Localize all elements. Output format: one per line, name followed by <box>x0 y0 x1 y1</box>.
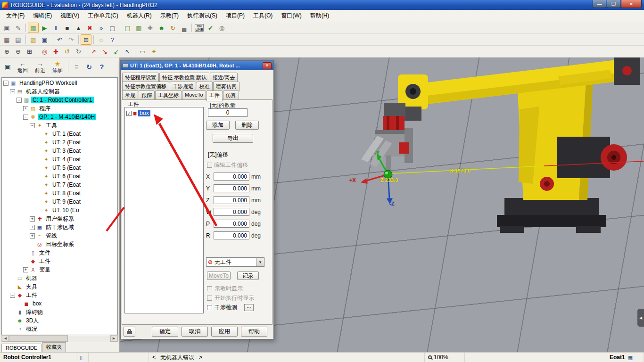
menu-item[interactable]: 工具(O) <box>249 10 277 22</box>
scroll-right-icon[interactable]: ▶ <box>110 335 117 342</box>
collapse-icon[interactable]: − <box>10 89 15 94</box>
maximize-button[interactable]: ❐ <box>607 0 620 8</box>
doc-list-icon[interactable]: ▤ <box>13 34 24 45</box>
rotate-view-icon[interactable]: ↺ <box>62 46 73 57</box>
dialog-title-bar[interactable]: UT: 1 (Eoat1), GP: 1 - M-410iB/140H, Rob… <box>121 61 273 70</box>
save-icon[interactable]: ▣ <box>39 34 50 45</box>
tree-item[interactable]: ◼box <box>2 299 117 308</box>
help-button[interactable]: 帮助 <box>241 327 267 337</box>
pin-panel-icon[interactable]: ▣ <box>2 61 13 73</box>
panel-tab[interactable]: 收藏夹 <box>42 342 66 352</box>
tree-item[interactable]: ✦UT: 4 (Eoat <box>2 155 117 164</box>
tree-item[interactable]: −▤机器人控制器 <box>2 87 117 96</box>
profiler-icon[interactable]: ▤ <box>122 23 133 33</box>
expand-icon[interactable]: + <box>23 106 28 111</box>
turntable-icon[interactable]: ↻ <box>167 23 178 33</box>
view-top-icon[interactable]: ↗ <box>88 46 99 57</box>
tree-item[interactable]: ✦UT: 9 (Eoat <box>2 197 117 206</box>
hint-bulb-icon[interactable]: ☼ <box>96 34 107 45</box>
dialog-tab[interactable]: 喷雾仿真 <box>213 82 239 91</box>
tree-item[interactable]: ▮障碍物 <box>2 308 117 316</box>
view-front-icon[interactable]: ↘ <box>99 46 110 57</box>
tree-item[interactable]: ✦UT: 3 (Eoat <box>2 147 117 155</box>
record-button[interactable]: 记录 <box>237 272 259 280</box>
draw-wire-icon[interactable]: ✎ <box>13 23 24 33</box>
offset-input[interactable]: 0.000 <box>214 196 249 204</box>
delete-part-button[interactable]: 删除 <box>235 121 259 130</box>
menu-item[interactable]: 示教(T) <box>156 10 183 22</box>
offset-input[interactable]: 0.000 <box>214 231 249 239</box>
minimize-button[interactable]: — <box>593 0 606 8</box>
tree-item[interactable]: ◆工件 <box>2 257 117 265</box>
orbit-view-icon[interactable]: ↻ <box>73 46 84 57</box>
checkbox[interactable] <box>207 305 212 310</box>
dialog-tab[interactable]: 常规 <box>122 90 138 100</box>
cell-grid-icon[interactable]: ▦ <box>1 34 12 45</box>
zoom-window-icon[interactable]: ⊞ <box>24 46 35 57</box>
checkbox[interactable] <box>207 296 212 301</box>
online-icon[interactable]: ON LINE <box>194 23 205 33</box>
tree-item[interactable]: +▨程序 <box>2 104 117 113</box>
expand-icon[interactable]: + <box>30 233 35 239</box>
export-button[interactable]: 导出 <box>213 134 253 143</box>
zoom-in-icon[interactable]: ⊕ <box>1 46 12 57</box>
tree-item[interactable]: ✦UT: 1 (Eoat <box>2 130 117 138</box>
zoom-out-icon[interactable]: ⊖ <box>13 46 24 57</box>
checkbox[interactable] <box>207 286 212 291</box>
next-error-icon[interactable]: > <box>199 354 202 361</box>
expand-icon[interactable]: + <box>30 225 35 230</box>
dialog-tab[interactable]: 特征 示教位置 默认 <box>159 73 209 82</box>
measure-icon[interactable]: ▭ <box>137 46 148 57</box>
undo-icon[interactable]: ↶ <box>54 34 65 45</box>
moveto-button[interactable]: MoveTo <box>207 272 231 280</box>
tree-item[interactable]: ✦UT: 7 (Eoat <box>2 181 117 189</box>
offset-input[interactable]: 0.000 <box>214 220 249 228</box>
cancel-button[interactable]: 取消 <box>182 327 208 337</box>
find-icon[interactable]: ◎ <box>216 23 227 33</box>
tree-hscrollbar[interactable]: ◀ ▶ <box>1 335 118 342</box>
chevron-down-icon[interactable]: ▼ <box>256 258 264 266</box>
pause-icon[interactable]: ‖ <box>50 23 61 33</box>
help-question-icon[interactable]: ? <box>107 34 118 45</box>
pencil-check-icon[interactable]: ✔ <box>205 23 216 33</box>
menu-item[interactable]: 文件(F) <box>2 10 29 22</box>
stop-icon[interactable]: ■ <box>62 23 73 33</box>
dialog-tab[interactable]: 接近/离去 <box>210 73 238 82</box>
collapse-icon[interactable]: − <box>3 81 8 86</box>
menu-item[interactable]: 执行测试(S) <box>183 10 222 22</box>
grid-view-icon[interactable]: ▦ <box>133 23 144 33</box>
ok-button[interactable]: 确定 <box>152 327 178 337</box>
document-icon[interactable]: ▯ <box>76 353 89 362</box>
collapse-icon[interactable]: − <box>17 98 22 103</box>
status-zoom[interactable]: 100% <box>425 353 465 362</box>
dialog-tab[interactable]: 特征示教位置偏移 <box>122 82 169 91</box>
collapse-icon[interactable]: − <box>23 115 28 120</box>
tree-item[interactable]: +✚用户坐标系 <box>2 214 117 223</box>
add-button[interactable]: ★ 添加 <box>50 60 66 73</box>
tree-item[interactable]: −◆工件 <box>2 291 117 299</box>
tree-item[interactable]: −☸GP: 1 - M-410iB/140H <box>2 113 117 121</box>
offset-input[interactable]: 0.000 <box>214 184 249 192</box>
more-button[interactable]: ... <box>244 304 254 311</box>
tree-item[interactable]: ✦UT: 2 (Eoat <box>2 138 117 147</box>
back-button[interactable]: ← 返回 <box>15 60 31 73</box>
collapse-icon[interactable]: − <box>10 293 15 298</box>
menu-item[interactable]: 编辑(E) <box>29 10 56 22</box>
menu-item[interactable]: 窗口(W) <box>277 10 305 22</box>
expand-icon[interactable]: + <box>23 267 28 272</box>
tree-item[interactable]: −▣HandlingPRO Workcell <box>2 79 117 87</box>
abort-icon[interactable]: ✖ <box>84 23 95 33</box>
dialog-tab[interactable]: 校准 <box>197 82 213 91</box>
tree-item[interactable]: ◎目标坐标系 <box>2 240 117 248</box>
play-icon[interactable]: ▶ <box>39 23 50 33</box>
mouse-jog-icon[interactable]: ✦ <box>149 46 159 57</box>
refresh-icon[interactable]: ↻ <box>83 61 95 73</box>
prev-error-icon[interactable]: < <box>152 354 156 361</box>
part-sim-combo[interactable]: ⊘ 无工件 ▼ <box>206 257 264 267</box>
tree-item[interactable]: ✦UT: 10 (Eo <box>2 206 117 214</box>
tree-item[interactable]: ▭机器 <box>2 274 117 282</box>
menu-item[interactable]: 帮助(H) <box>306 10 334 22</box>
add-part-button[interactable]: 添加 <box>206 121 230 130</box>
lock-button[interactable] <box>124 327 135 337</box>
pan-view-icon[interactable]: ✚ <box>50 46 61 57</box>
